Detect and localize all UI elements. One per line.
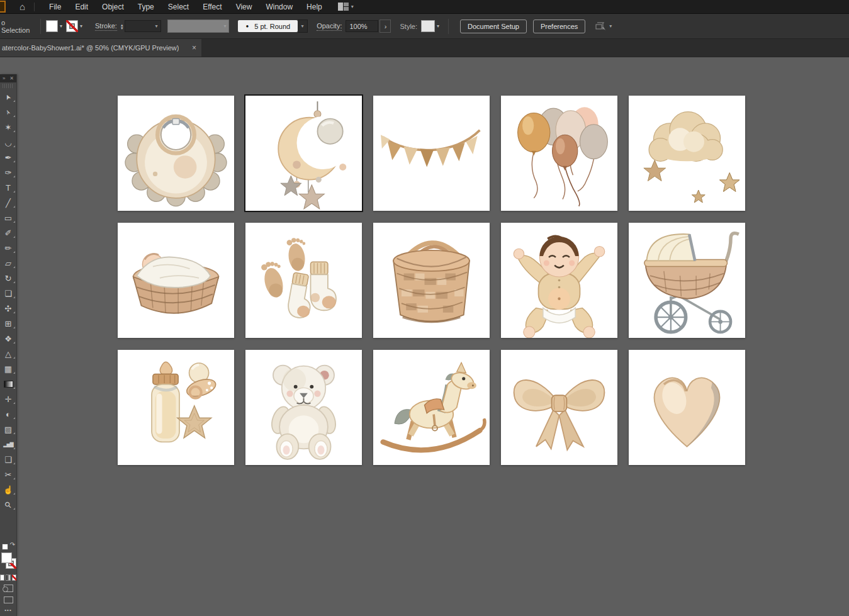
panel-grip[interactable] <box>3 84 14 88</box>
scale-tool[interactable]: ❏ <box>0 286 16 301</box>
teddy-bear-illustration <box>245 350 362 465</box>
artboard-ribbon-bow[interactable] <box>501 350 617 465</box>
stroke-weight-stepper[interactable]: ▴ ▾ <box>121 23 123 30</box>
opacity-input[interactable]: 100% <box>346 20 378 32</box>
zoom-tool[interactable]: ⚲ <box>0 497 16 512</box>
artboard-balloons[interactable] <box>501 96 617 211</box>
gradient-button[interactable] <box>6 574 10 581</box>
artboard-heart[interactable] <box>629 350 745 465</box>
chevron-down-icon[interactable]: ▾ <box>80 23 82 29</box>
panel-close-icon[interactable]: ✕ <box>9 76 14 81</box>
slice-tool[interactable]: ✂ <box>0 467 16 482</box>
selection-tool[interactable]: ➤ <box>0 89 16 104</box>
stroke-weight-label[interactable]: Stroke: <box>95 22 117 31</box>
artboard-bunting-banner[interactable] <box>373 96 490 211</box>
gradient-tool[interactable] <box>0 376 16 391</box>
tools-panel-header: » ✕ <box>0 74 16 82</box>
graphic-style-swatch[interactable] <box>421 20 435 32</box>
stroke-color-swatch[interactable] <box>66 20 78 32</box>
artboard-moon-mobile[interactable] <box>245 96 362 211</box>
opacity-label[interactable]: Opacity: <box>317 22 342 31</box>
more-tools-icon[interactable]: ••• <box>0 607 16 613</box>
fill-swatch[interactable] <box>1 552 12 563</box>
canvas[interactable]: » ✕ ➤ ➢ ✶ ◡ ✒ ✑ T ╱ ▭ ✐ ✏ ▱ ↻ ❏ ✣ ⊞ ❖ △ … <box>0 57 849 616</box>
paintbrush-tool[interactable]: ✐ <box>0 225 16 240</box>
hand-tool[interactable]: ☝ <box>0 482 16 497</box>
menu-file[interactable]: File <box>42 3 68 11</box>
default-fill-stroke-icon[interactable] <box>2 544 8 550</box>
menu-edit[interactable]: Edit <box>68 3 95 11</box>
home-icon[interactable]: ⌂ <box>20 2 25 11</box>
artboard-baby-bib[interactable] <box>118 96 234 211</box>
pen-tool[interactable]: ✒ <box>0 150 16 165</box>
chevron-down-icon: ▾ <box>223 23 226 29</box>
rotate-tool[interactable]: ↻ <box>0 271 16 286</box>
menu-window[interactable]: Window <box>259 3 300 11</box>
chevron-down-icon[interactable]: ▾ <box>60 23 62 29</box>
shape-builder-tool[interactable]: ❖ <box>0 331 16 346</box>
color-button[interactable] <box>0 574 4 581</box>
document-setup-button[interactable]: Document Setup <box>460 20 527 33</box>
ribbon-bow-illustration <box>501 350 617 465</box>
rectangle-tool[interactable]: ▭ <box>0 210 16 225</box>
artboard-happy-baby[interactable] <box>501 223 617 338</box>
eyedropper-tool[interactable]: ✛ <box>0 391 16 406</box>
menu-help[interactable]: Help <box>300 3 329 11</box>
artboard-bottle-pacifier-star[interactable] <box>118 350 234 465</box>
type-tool[interactable]: T <box>0 180 16 195</box>
moon-mobile-illustration <box>245 96 362 211</box>
width-tool[interactable]: ✣ <box>0 301 16 316</box>
stroke-weight-dropdown[interactable]: ▾ <box>125 20 161 32</box>
menu-select[interactable]: Select <box>161 3 196 11</box>
menu-view[interactable]: View <box>229 3 259 11</box>
draw-mode-button[interactable] <box>4 585 13 592</box>
line-segment-tool[interactable]: ╱ <box>0 195 16 210</box>
chevron-down-icon: ▾ <box>155 23 157 29</box>
align-options[interactable]: ▾ <box>595 22 612 31</box>
brush-dot-icon: ● <box>245 23 249 29</box>
artboard-cloud-and-stars[interactable] <box>629 96 745 211</box>
symbol-sprayer-tool[interactable]: ▨ <box>0 422 16 437</box>
preferences-button[interactable]: Preferences <box>533 20 585 33</box>
lasso-tool[interactable]: ◡ <box>0 135 16 150</box>
panel-collapse-icon[interactable]: » <box>3 76 5 81</box>
fill-color-swatch[interactable] <box>46 20 58 32</box>
artboard-tool[interactable]: ❑ <box>0 452 16 467</box>
workspace-grid-icon <box>338 3 349 11</box>
artboard-baby-in-bassinet[interactable] <box>118 223 234 338</box>
screen-mode-button[interactable] <box>4 596 13 603</box>
blend-tool[interactable]: ◐ <box>0 406 16 422</box>
perspective-grid-tool[interactable]: △ <box>0 346 16 361</box>
brush-definition-dropdown[interactable]: ● 5 pt. Round <box>238 20 298 32</box>
workspace-switcher[interactable]: ▾ <box>338 3 354 11</box>
variable-width-profile-dropdown[interactable]: ▾ <box>167 20 229 33</box>
swap-fill-stroke-icon[interactable]: ↷ <box>10 541 15 548</box>
shaper-tool[interactable]: ✏ <box>0 240 16 255</box>
brush-dropdown-chevron[interactable]: ▾ <box>298 20 308 33</box>
artboard-teddy-bear[interactable] <box>245 350 362 465</box>
artboard-rocking-horse[interactable] <box>373 350 490 465</box>
menu-object[interactable]: Object <box>95 3 131 11</box>
opacity-panel-expand-button[interactable]: › <box>380 20 391 33</box>
mesh-tool[interactable]: ▦ <box>0 361 16 376</box>
artboard-baby-pram[interactable] <box>629 223 745 338</box>
curvature-tool[interactable]: ✑ <box>0 165 16 180</box>
none-button[interactable] <box>12 574 16 581</box>
chevron-down-icon[interactable]: ▾ <box>437 23 439 29</box>
document-title: atercolor-BabyShower1.ai* @ 50% (CMYK/GP… <box>2 44 179 52</box>
stepper-down-icon[interactable]: ▾ <box>121 26 123 30</box>
free-transform-tool[interactable]: ⊞ <box>0 316 16 331</box>
eraser-tool[interactable]: ▱ <box>0 255 16 271</box>
artboard-footprints-and-socks[interactable] <box>245 223 362 338</box>
magic-wand-tool[interactable]: ✶ <box>0 120 16 135</box>
column-graph-tool[interactable]: ▂▅▇ <box>0 437 16 452</box>
bunting-banner-illustration <box>373 96 490 211</box>
menu-type[interactable]: Type <box>131 3 161 11</box>
direct-selection-tool[interactable]: ➢ <box>0 104 16 120</box>
document-tab[interactable]: atercolor-BabyShower1.ai* @ 50% (CMYK/GP… <box>0 38 201 57</box>
wicker-basket-illustration <box>373 223 490 338</box>
menu-effect[interactable]: Effect <box>196 3 228 11</box>
artboard-wicker-basket[interactable] <box>373 223 490 338</box>
tab-close-icon[interactable]: × <box>187 43 196 52</box>
style-label: Style: <box>400 23 417 30</box>
